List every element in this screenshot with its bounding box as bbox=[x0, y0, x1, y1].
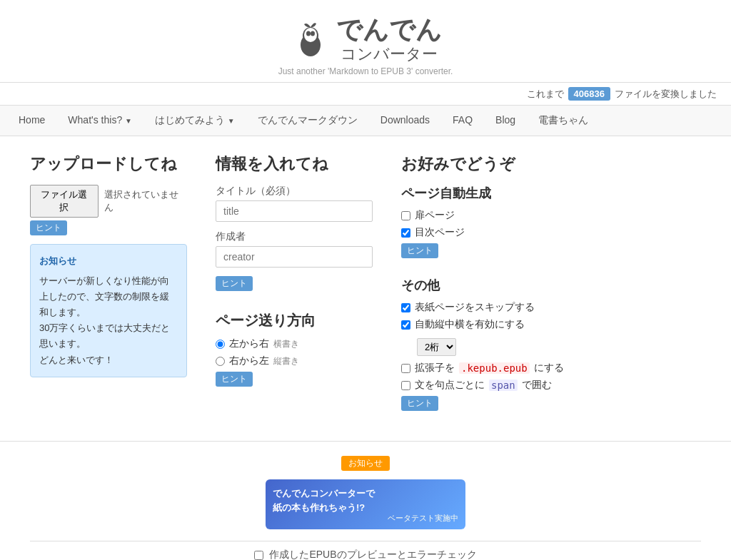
info-section: 情報を入れてね タイトル（必須） 作成者 ヒント ページ送り方向 左から右 横書… bbox=[216, 153, 373, 419]
radio-rtl-sub: 縦書き bbox=[273, 355, 299, 367]
counter-suffix: ファイルを変換しました bbox=[615, 88, 717, 101]
bottom-divider bbox=[30, 541, 701, 541]
bottom-section: お知らせ でんでんコンバーターで 紙の本も作れちゃう!? ベータテスト実施中 作… bbox=[9, 449, 722, 560]
radio-ltr-main: 左から右 bbox=[229, 337, 269, 350]
counter-prefix: これまで bbox=[527, 88, 564, 101]
upload-notice-box: お知らせ サーバーが新しくなり性能が向上したので、文字数の制限を緩和します。30… bbox=[30, 244, 187, 377]
cover-page-option[interactable]: 扉ページ bbox=[401, 209, 701, 222]
promo-text: でんでんコンバーターで 紙の本も作れちゃう!? bbox=[273, 487, 375, 514]
promo-banner[interactable]: でんでんコンバーターで 紙の本も作れちゃう!? ベータテスト実施中 bbox=[266, 479, 465, 529]
site-header: でんでん コンバーター Just another 'Markdown to EP… bbox=[0, 0, 731, 83]
auto-vertical-checkbox[interactable] bbox=[401, 320, 410, 330]
toc-page-label: 目次ページ bbox=[415, 226, 465, 239]
kepub-label-post: にする bbox=[534, 362, 564, 375]
svg-point-2 bbox=[304, 28, 317, 42]
nav-link-faq[interactable]: FAQ bbox=[441, 106, 484, 134]
nav-link-markdown[interactable]: でんでんマークダウン bbox=[246, 106, 369, 136]
span-checkbox[interactable] bbox=[401, 381, 410, 390]
radio-rtl-label[interactable]: 右から左 縦書き bbox=[216, 355, 373, 367]
tagline: Just another 'Markdown to EPUB 3' conver… bbox=[0, 66, 731, 76]
mascot-icon bbox=[289, 18, 332, 61]
auto-page-title: ページ自動生成 bbox=[401, 185, 701, 202]
cover-page-checkbox[interactable] bbox=[401, 211, 410, 220]
logo: でんでん コンバーター bbox=[0, 13, 731, 65]
svg-point-3 bbox=[306, 31, 311, 36]
span-label-pre: 文を句点ごとに bbox=[415, 379, 485, 392]
skip-cover-option[interactable]: 表紙ページをスキップする bbox=[401, 301, 701, 314]
counter-value: 406836 bbox=[568, 87, 610, 101]
nav-link-home[interactable]: Home bbox=[7, 106, 56, 134]
counter-bar: これまで 406836 ファイルを変換しました bbox=[0, 83, 731, 105]
nav-item-faq[interactable]: FAQ bbox=[441, 106, 484, 136]
kepub-code: .kepub.epub bbox=[459, 362, 530, 374]
promo-line1: でんでんコンバーターで bbox=[273, 487, 375, 501]
options-section: お好みでどうぞ ページ自動生成 扉ページ 目次ページ ヒント その他 表紙ページ… bbox=[401, 153, 701, 419]
bottom-notice-bar: お知らせ bbox=[30, 456, 701, 471]
other-section: その他 表紙ページをスキップする 自動縦中横を有効にする 2桁 3桁 4桁 拡張… bbox=[401, 277, 701, 419]
svg-point-4 bbox=[311, 31, 315, 36]
digit-select[interactable]: 2桁 3桁 4桁 bbox=[417, 338, 456, 356]
main-nav: Home What's this? ▼ はじめてみよう ▼ でんでんマークダウン… bbox=[0, 105, 731, 136]
preview-checkbox[interactable] bbox=[254, 551, 263, 560]
auto-vertical-option[interactable]: 自動縦中横を有効にする bbox=[401, 318, 701, 331]
notice-title: お知らせ bbox=[39, 253, 178, 269]
creator-field-group: 作成者 bbox=[216, 230, 373, 268]
upload-title: アップロードしてね bbox=[30, 153, 187, 175]
radio-rtl: 右から左 縦書き bbox=[216, 355, 373, 367]
span-code: span bbox=[489, 380, 518, 391]
nav-link-whats-this[interactable]: What's this? ▼ bbox=[56, 106, 143, 134]
direction-hint-button[interactable]: ヒント bbox=[216, 372, 253, 387]
notice-body: サーバーが新しくなり性能が向上したので、文字数の制限を緩和します。30万字くらい… bbox=[39, 273, 178, 368]
nav-link-densho[interactable]: 電書ちゃん bbox=[527, 106, 600, 136]
cover-page-label: 扉ページ bbox=[415, 209, 455, 222]
skip-cover-checkbox[interactable] bbox=[401, 303, 410, 312]
kepub-checkbox[interactable] bbox=[401, 364, 410, 373]
bottom-notice-badge: お知らせ bbox=[341, 456, 390, 471]
span-option[interactable]: 文を句点ごとに span で囲む bbox=[401, 379, 701, 392]
nav-link-downloads[interactable]: Downloads bbox=[369, 106, 441, 134]
other-title: その他 bbox=[401, 277, 701, 294]
creator-field-label: 作成者 bbox=[216, 230, 373, 243]
no-file-label: 選択されていません bbox=[104, 188, 187, 214]
page-direction-title: ページ送り方向 bbox=[216, 311, 373, 330]
upload-section: アップロードしてね ファイル選択 選択されていません ヒント お知らせ サーバー… bbox=[30, 153, 187, 419]
preview-label[interactable]: 作成したEPUBのプレビューとエラーチェック bbox=[269, 549, 476, 560]
creator-input[interactable] bbox=[216, 246, 373, 268]
nav-link-getting-started[interactable]: はじめてみよう ▼ bbox=[143, 106, 246, 136]
nav-item-densho[interactable]: 電書ちゃん bbox=[527, 106, 600, 136]
auto-vertical-label: 自動縦中横を有効にする bbox=[415, 318, 525, 331]
main-content: アップロードしてね ファイル選択 選択されていません ヒント お知らせ サーバー… bbox=[9, 136, 722, 434]
upload-hint-button[interactable]: ヒント bbox=[30, 220, 67, 235]
title-field-group: タイトル（必須） bbox=[216, 185, 373, 222]
radio-ltr-label[interactable]: 左から右 横書き bbox=[216, 337, 373, 350]
radio-ltr: 左から右 横書き bbox=[216, 337, 373, 350]
options-title: お好みでどうぞ bbox=[401, 153, 701, 175]
nav-item-getting-started[interactable]: はじめてみよう ▼ bbox=[143, 106, 246, 136]
skip-cover-label: 表紙ページをスキップする bbox=[415, 301, 535, 314]
file-select-button[interactable]: ファイル選択 bbox=[30, 185, 99, 218]
preview-row: 作成したEPUBのプレビューとエラーチェック bbox=[30, 549, 701, 560]
nav-item-blog[interactable]: Blog bbox=[484, 106, 527, 136]
nav-item-markdown[interactable]: でんでんマークダウン bbox=[246, 106, 369, 136]
nav-item-home[interactable]: Home bbox=[7, 106, 56, 136]
info-hint-button[interactable]: ヒント bbox=[216, 276, 253, 291]
nav-item-whats-this[interactable]: What's this? ▼ bbox=[56, 106, 143, 136]
logo-text-group: でんでん コンバーター bbox=[336, 13, 442, 65]
radio-ltr-input[interactable] bbox=[216, 340, 225, 349]
logo-sub-text: コンバーター bbox=[336, 44, 442, 65]
kepub-option[interactable]: 拡張子を .kepub.epub にする bbox=[401, 362, 701, 375]
radio-rtl-input[interactable] bbox=[216, 357, 225, 366]
toc-page-checkbox[interactable] bbox=[401, 228, 410, 238]
auto-page-hint-button[interactable]: ヒント bbox=[401, 243, 438, 258]
title-field-label: タイトル（必須） bbox=[216, 185, 373, 198]
span-label-post: で囲む bbox=[522, 379, 552, 392]
promo-sub: ベータテスト実施中 bbox=[388, 513, 458, 524]
other-hint-button[interactable]: ヒント bbox=[401, 396, 438, 411]
radio-rtl-main: 右から左 bbox=[229, 355, 269, 367]
nav-link-blog[interactable]: Blog bbox=[484, 106, 527, 134]
file-select-row: ファイル選択 選択されていません bbox=[30, 185, 187, 218]
title-input[interactable] bbox=[216, 200, 373, 222]
nav-item-downloads[interactable]: Downloads bbox=[369, 106, 441, 136]
logo-main-text: でんでん bbox=[336, 16, 442, 44]
toc-page-option[interactable]: 目次ページ bbox=[401, 226, 701, 239]
